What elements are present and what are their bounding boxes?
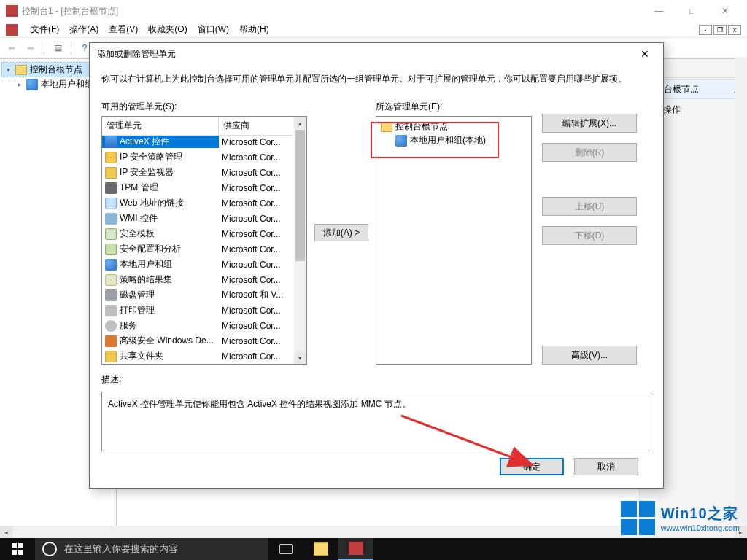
snapin-icon: [105, 213, 117, 225]
list-item[interactable]: IP 安全监视器Microsoft Cor...: [102, 165, 294, 180]
list-item[interactable]: ActiveX 控件Microsoft Cor...: [102, 134, 294, 149]
taskbar-explorer[interactable]: [303, 538, 338, 560]
maximize-button[interactable]: □: [676, 0, 708, 22]
snapin-icon: [105, 259, 117, 271]
available-label: 可用的管理单元(S):: [101, 101, 307, 113]
mdi-minimize[interactable]: -: [699, 25, 712, 35]
dialog-close-button[interactable]: ✕: [634, 43, 656, 65]
users-icon: [26, 79, 38, 90]
ok-button[interactable]: 确定: [500, 458, 564, 475]
start-button[interactable]: [0, 538, 35, 560]
selected-snapins-tree[interactable]: 控制台根节点 本地用户和组(本地): [376, 116, 532, 365]
list-item[interactable]: 共享文件夹Microsoft Cor...: [102, 349, 294, 364]
snapin-icon: [105, 305, 117, 316]
list-item[interactable]: TPM 管理Microsoft Cor...: [102, 180, 294, 195]
list-scrollbar[interactable]: ▴ ▾: [294, 117, 306, 364]
folder-icon: [15, 65, 27, 75]
snapin-icon: [105, 167, 117, 179]
tree-root-label: 控制台根节点: [30, 63, 82, 76]
list-item[interactable]: 高级安全 Windows De...Microsoft Cor...: [102, 333, 294, 349]
dialog-body: 你可以在计算机上为此控制台选择可用的管理单元并配置所选的一组管理单元。对于可扩展…: [90, 65, 663, 488]
desc-label: 描述:: [101, 373, 651, 386]
forward-button[interactable]: ➡: [22, 40, 39, 56]
menu-favorites[interactable]: 收藏夹(O): [148, 23, 187, 36]
move-up-button[interactable]: 上移(U): [542, 197, 637, 216]
list-item[interactable]: 磁盘管理Microsoft 和 V...: [102, 287, 294, 303]
mmc-doc-icon: [6, 24, 18, 36]
list-item[interactable]: 策略的结果集Microsoft Cor...: [102, 272, 294, 287]
snapin-icon: [105, 351, 117, 362]
snapin-icon: [105, 182, 117, 194]
list-item[interactable]: 安全配置和分析Microsoft Cor...: [102, 241, 294, 257]
add-button[interactable]: 添加(A) >: [314, 224, 368, 241]
list-item[interactable]: IP 安全策略管理Microsoft Cor...: [102, 149, 294, 165]
selected-child[interactable]: 本地用户和组(本地): [394, 133, 528, 147]
svg-rect-2: [18, 543, 23, 548]
close-button[interactable]: ✕: [708, 0, 741, 22]
scrollbar-thumb[interactable]: [295, 130, 305, 261]
watermark: Win10之家 www.win10xitong.com: [621, 501, 740, 535]
available-snapins-list[interactable]: 管理单元 供应商 ActiveX 控件Microsoft Cor...IP 安全…: [101, 116, 307, 365]
dialog-title: 添加或删除管理单元: [97, 48, 176, 61]
snapin-icon: [105, 289, 117, 301]
list-item[interactable]: 安全模板Microsoft Cor...: [102, 226, 294, 241]
description-box: ActiveX 控件管理单元使你能用包含 ActiveX 控件的结果视图添加 M…: [101, 392, 651, 451]
snapin-icon: [105, 228, 117, 240]
task-view-button[interactable]: [268, 538, 303, 560]
scroll-up-icon[interactable]: ▴: [294, 117, 306, 129]
snapin-icon: [105, 244, 117, 255]
show-hide-tree-button[interactable]: ▤: [49, 40, 66, 56]
search-placeholder: 在这里输入你要搜索的内容: [64, 542, 178, 556]
remove-button[interactable]: 删除(R): [542, 143, 637, 162]
taskbar-mmc[interactable]: [338, 538, 374, 560]
snapin-icon: [105, 136, 117, 148]
watermark-url: www.win10xitong.com: [661, 524, 740, 532]
col-snapin[interactable]: 管理单元: [102, 117, 219, 135]
list-item[interactable]: 本地用户和组Microsoft Cor...: [102, 257, 294, 272]
menu-file[interactable]: 文件(F): [31, 23, 59, 36]
taskbar-search[interactable]: 在这里输入你要搜索的内容: [35, 538, 268, 560]
toolbar-separator: [71, 42, 71, 55]
selected-label: 所选管理单元(E):: [376, 101, 532, 113]
menu-window[interactable]: 窗口(W): [198, 23, 229, 36]
snapin-icon: [105, 198, 117, 209]
list-item[interactable]: WMI 控件Microsoft Cor...: [102, 211, 294, 226]
list-header: 管理单元 供应商: [102, 117, 306, 136]
menu-view[interactable]: 查看(V): [109, 23, 138, 36]
add-remove-snapin-dialog: 添加或删除管理单元 ✕ 你可以在计算机上为此控制台选择可用的管理单元并配置所选的…: [89, 42, 664, 489]
back-button[interactable]: ⬅: [3, 40, 20, 56]
main-titlebar: 控制台1 - [控制台根节点] — □ ✕: [0, 0, 747, 22]
snapin-icon: [105, 274, 117, 286]
cortana-icon: [42, 542, 57, 556]
users-icon: [395, 135, 407, 147]
window-title: 控制台1 - [控制台根节点]: [22, 5, 118, 18]
svg-rect-4: [18, 550, 23, 555]
mdi-restore[interactable]: ❐: [713, 25, 727, 35]
tree-collapse-icon[interactable]: ▾: [4, 66, 12, 74]
list-item[interactable]: Web 地址的链接Microsoft Cor...: [102, 195, 294, 211]
menu-help[interactable]: 帮助(H): [239, 23, 269, 36]
tree-expand-icon[interactable]: ▸: [15, 80, 23, 89]
snapin-icon: [105, 152, 117, 163]
taskbar: 在这里输入你要搜索的内容: [0, 538, 747, 560]
minimize-button[interactable]: —: [643, 0, 676, 22]
move-down-button[interactable]: 下移(D): [542, 226, 637, 245]
advanced-button[interactable]: 高级(V)...: [542, 346, 637, 365]
col-vendor[interactable]: 供应商: [219, 117, 306, 135]
scroll-down-icon[interactable]: ▾: [294, 351, 306, 364]
menubar: 文件(F) 操作(A) 查看(V) 收藏夹(O) 窗口(W) 帮助(H) - ❐…: [0, 22, 747, 38]
cancel-button[interactable]: 取消: [574, 458, 638, 475]
scroll-left-button[interactable]: ◂: [0, 526, 12, 538]
snapin-icon: [105, 335, 117, 347]
right-scrollgutter: [735, 57, 747, 524]
svg-rect-1: [12, 543, 17, 548]
edit-extensions-button[interactable]: 编辑扩展(X)...: [542, 114, 637, 133]
win10-logo-icon: [621, 501, 655, 535]
dialog-titlebar[interactable]: 添加或删除管理单元 ✕: [90, 43, 663, 65]
selected-root[interactable]: 控制台根节点: [379, 120, 528, 133]
menu-action[interactable]: 操作(A): [69, 23, 98, 36]
mdi-close[interactable]: x: [728, 25, 741, 35]
snapin-icon: [105, 320, 117, 332]
list-item[interactable]: 打印管理Microsoft Cor...: [102, 303, 294, 318]
list-item[interactable]: 服务Microsoft Cor...: [102, 318, 294, 333]
